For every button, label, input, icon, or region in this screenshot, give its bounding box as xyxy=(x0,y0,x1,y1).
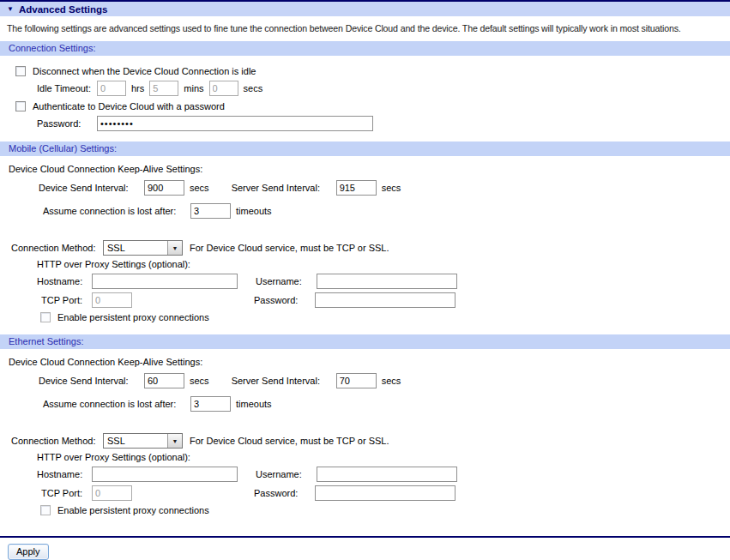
idle-timeout-row: Idle Timeout: hrs mins secs xyxy=(37,81,730,96)
cloud-password-row: Password: xyxy=(37,116,730,131)
ethernet-hostname-row: Hostname: Username: xyxy=(37,467,730,482)
idle-timeout-mins-unit: mins xyxy=(184,83,203,93)
footer-divider xyxy=(0,536,730,538)
ethernet-tcp-port-label: TCP Port: xyxy=(37,488,92,498)
mobile-send-interval-row: Device Send Interval: secs Server Send I… xyxy=(39,180,730,196)
ethernet-settings-section-header: Ethernet Settings: xyxy=(0,334,730,349)
mobile-hostname-label: Hostname: xyxy=(37,276,92,286)
mobile-device-send-input[interactable] xyxy=(144,180,184,196)
ethernet-keepalive-heading: Device Cloud Connection Keep-Alive Setti… xyxy=(9,357,730,367)
collapse-triangle-icon[interactable]: ▼ xyxy=(7,6,14,13)
mobile-connection-method-row: Connection Method: SSL ▼ For Device Clou… xyxy=(11,240,730,256)
authenticate-row: Authenticate to Device Cloud with a pass… xyxy=(15,101,730,111)
authenticate-label: Authenticate to Device Cloud with a pass… xyxy=(33,101,225,111)
mobile-device-send-unit: secs xyxy=(190,183,209,193)
ethernet-tcp-port-row: TCP Port: Password: xyxy=(37,485,730,501)
footer: Apply xyxy=(8,544,730,560)
ethernet-proxy-heading: HTTP over Proxy Settings (optional): xyxy=(37,452,730,462)
idle-timeout-mins-input[interactable] xyxy=(149,81,178,96)
mobile-server-send-input[interactable] xyxy=(336,180,377,196)
ethernet-device-send-label: Device Send Interval: xyxy=(39,376,144,386)
connection-settings-section-header: Connection Settings: xyxy=(0,41,730,56)
cloud-password-label: Password: xyxy=(37,118,97,129)
mobile-connection-method-select[interactable]: SSL ▼ xyxy=(103,240,183,256)
mobile-server-send-unit: secs xyxy=(382,183,401,193)
mobile-connection-method-value: SSL xyxy=(104,241,167,255)
mobile-device-send-label: Device Send Interval: xyxy=(39,183,144,193)
ethernet-hostname-input[interactable] xyxy=(92,467,238,482)
mobile-username-label: Username: xyxy=(256,276,317,286)
ethernet-persistent-proxy-label: Enable persistent proxy connections xyxy=(57,505,209,515)
authenticate-checkbox[interactable] xyxy=(15,101,26,111)
mobile-combo-arrow-icon[interactable]: ▼ xyxy=(167,241,182,255)
apply-button[interactable]: Apply xyxy=(8,544,49,560)
page-title: Advanced Settings xyxy=(19,4,108,15)
ethernet-combo-arrow-icon[interactable]: ▼ xyxy=(167,434,182,448)
disconnect-idle-row: Disconnect when the Device Cloud Connect… xyxy=(15,66,730,76)
mobile-server-send-label: Server Send Interval: xyxy=(232,183,336,193)
idle-timeout-secs-input[interactable] xyxy=(209,81,238,96)
ethernet-proxy-password-label: Password: xyxy=(254,488,315,498)
mobile-connection-method-label: Connection Method: xyxy=(11,243,103,253)
idle-timeout-hrs-input[interactable] xyxy=(97,81,126,96)
ethernet-connection-method-value: SSL xyxy=(104,434,167,448)
connection-settings-section: Disconnect when the Device Cloud Connect… xyxy=(0,56,730,142)
mobile-connection-method-note: For Device Cloud service, must be TCP or… xyxy=(190,243,389,253)
ethernet-connection-lost-row: Assume connection is lost after: timeout… xyxy=(43,396,730,412)
idle-timeout-label: Idle Timeout: xyxy=(37,83,97,93)
mobile-tcp-port-input[interactable] xyxy=(92,292,132,308)
ethernet-connection-lost-label: Assume connection is lost after: xyxy=(43,399,190,409)
idle-timeout-secs-unit: secs xyxy=(244,83,263,93)
mobile-proxy-heading: HTTP over Proxy Settings (optional): xyxy=(37,259,730,269)
ethernet-connection-method-row: Connection Method: SSL ▼ For Device Clou… xyxy=(11,433,730,449)
ethernet-proxy-password-input[interactable] xyxy=(315,485,455,501)
ethernet-connection-method-note: For Device Cloud service, must be TCP or… xyxy=(190,436,389,446)
cloud-password-input[interactable] xyxy=(97,116,373,131)
mobile-settings-section-header: Mobile (Cellular) Settings: xyxy=(0,142,730,156)
ethernet-server-send-input[interactable] xyxy=(336,373,377,388)
ethernet-send-interval-row: Device Send Interval: secs Server Send I… xyxy=(39,373,730,388)
disconnect-idle-label: Disconnect when the Device Cloud Connect… xyxy=(33,66,256,76)
advanced-settings-header[interactable]: ▼ Advanced Settings xyxy=(0,0,730,16)
ethernet-tcp-port-input[interactable] xyxy=(92,485,132,501)
disconnect-idle-checkbox[interactable] xyxy=(15,66,26,76)
mobile-proxy-password-input[interactable] xyxy=(315,292,455,308)
mobile-hostname-row: Hostname: Username: xyxy=(37,274,730,289)
mobile-hostname-input[interactable] xyxy=(92,274,238,289)
ethernet-persistent-proxy-checkbox[interactable] xyxy=(40,505,51,515)
ethernet-device-send-unit: secs xyxy=(190,376,209,386)
ethernet-connection-lost-input[interactable] xyxy=(190,396,231,412)
ethernet-hostname-label: Hostname: xyxy=(37,469,92,479)
ethernet-persistent-proxy-row: Enable persistent proxy connections xyxy=(40,505,730,515)
ethernet-device-send-input[interactable] xyxy=(144,373,184,388)
mobile-persistent-proxy-label: Enable persistent proxy connections xyxy=(57,312,209,322)
ethernet-connection-lost-unit: timeouts xyxy=(236,399,272,409)
ethernet-server-send-unit: secs xyxy=(382,376,401,386)
ethernet-server-send-label: Server Send Interval: xyxy=(232,376,336,386)
mobile-persistent-proxy-row: Enable persistent proxy connections xyxy=(40,312,730,322)
ethernet-username-label: Username: xyxy=(256,469,317,479)
ethernet-connection-method-label: Connection Method: xyxy=(11,436,103,446)
mobile-connection-lost-unit: timeouts xyxy=(236,206,272,216)
mobile-connection-lost-input[interactable] xyxy=(190,203,231,219)
mobile-keepalive-heading: Device Cloud Connection Keep-Alive Setti… xyxy=(9,164,730,174)
ethernet-username-input[interactable] xyxy=(317,467,457,482)
mobile-tcp-port-label: TCP Port: xyxy=(37,295,92,305)
ethernet-settings-section: Device Cloud Connection Keep-Alive Setti… xyxy=(0,357,730,515)
mobile-username-input[interactable] xyxy=(317,274,457,289)
mobile-connection-lost-row: Assume connection is lost after: timeout… xyxy=(43,203,730,219)
idle-timeout-hrs-unit: hrs xyxy=(131,83,144,93)
mobile-proxy-password-label: Password: xyxy=(254,295,315,305)
mobile-tcp-port-row: TCP Port: Password: xyxy=(37,292,730,308)
mobile-persistent-proxy-checkbox[interactable] xyxy=(40,312,51,322)
mobile-settings-section: Device Cloud Connection Keep-Alive Setti… xyxy=(0,164,730,334)
page-description: The following settings are advanced sett… xyxy=(7,23,730,33)
ethernet-connection-method-select[interactable]: SSL ▼ xyxy=(103,433,183,449)
mobile-connection-lost-label: Assume connection is lost after: xyxy=(43,206,190,216)
